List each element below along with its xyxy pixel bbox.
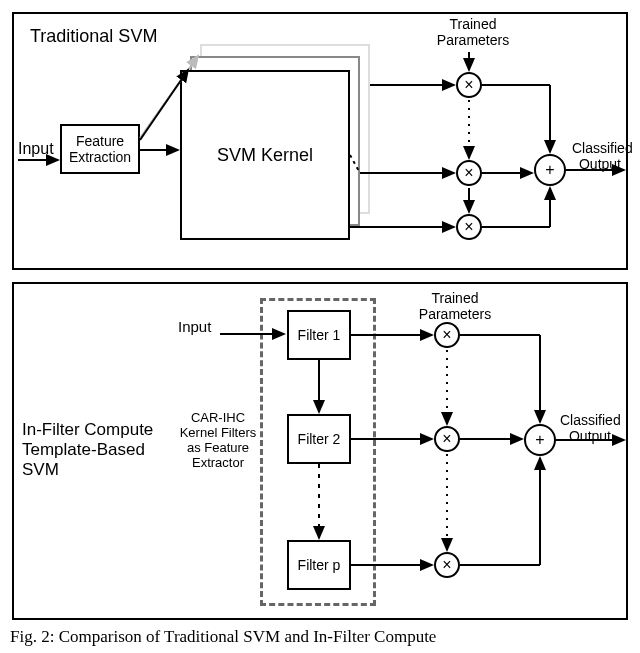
mult-bot-3: × <box>434 552 460 578</box>
box-feature-extraction: Feature Extraction <box>60 124 140 174</box>
title-traditional: Traditional SVM <box>30 26 157 47</box>
box-filter-2: Filter 2 <box>287 414 351 464</box>
mult-top-3: × <box>456 214 482 240</box>
sum-bottom: + <box>524 424 556 456</box>
title-infilter: In-Filter Compute Template-Based SVM <box>22 420 172 480</box>
figure-caption: Fig. 2: Comparison of Traditional SVM an… <box>10 627 436 647</box>
text-filter-2: Filter 2 <box>298 431 341 447</box>
text-filter-p: Filter p <box>298 557 341 573</box>
label-output-top: Classified Output <box>572 140 628 172</box>
label-output-bottom: Classified Output <box>560 412 620 444</box>
box-filter-1: Filter 1 <box>287 310 351 360</box>
diagram-root: Traditional SVM Input Feature Extraction… <box>0 0 640 653</box>
mult-bot-2: × <box>434 426 460 452</box>
text-feature-extraction: Feature Extraction <box>69 133 131 165</box>
label-input-top: Input <box>18 140 54 158</box>
mult-top-1: × <box>456 72 482 98</box>
label-extractor: CAR-IHC Kernel Filters as Feature Extrac… <box>178 410 258 470</box>
text-svm-kernel: SVM Kernel <box>217 145 313 166</box>
mult-top-2: × <box>456 160 482 186</box>
label-input-bottom: Input <box>178 318 211 335</box>
box-kernel-front: SVM Kernel <box>180 70 350 240</box>
label-params-top: Trained Parameters <box>428 16 518 48</box>
mult-bot-1: × <box>434 322 460 348</box>
sum-top: + <box>534 154 566 186</box>
box-filter-p: Filter p <box>287 540 351 590</box>
text-filter-1: Filter 1 <box>298 327 341 343</box>
label-params-bottom: Trained Parameters <box>410 290 500 322</box>
